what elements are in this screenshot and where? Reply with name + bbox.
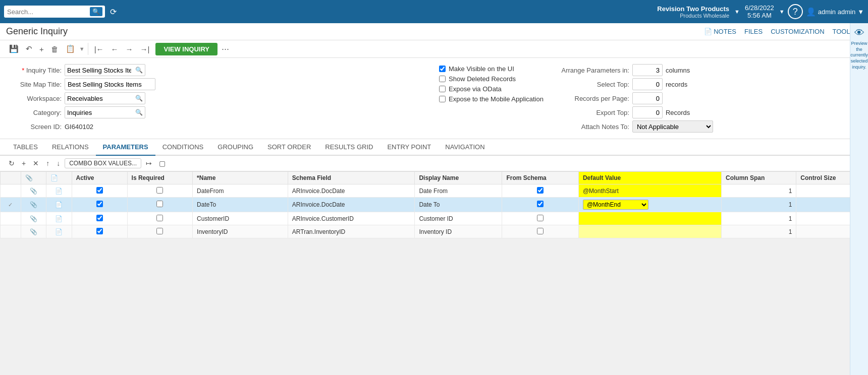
row-is-required[interactable] (127, 198, 193, 212)
export-top-input[interactable] (632, 106, 663, 118)
preview-eye-icon[interactable]: 👁 (854, 27, 864, 39)
row-default-value[interactable] (578, 212, 721, 225)
category-search-icon[interactable]: 🔍 (133, 109, 145, 116)
row-is-required[interactable] (127, 212, 193, 225)
default-value-select[interactable]: @MonthEnd (583, 200, 648, 210)
is-required-checkbox[interactable] (156, 228, 163, 234)
row-attachment-icon[interactable]: 📎 (21, 225, 46, 238)
row-attachment-icon[interactable]: 📎 (21, 184, 46, 198)
row-note-icon[interactable]: 📄 (46, 212, 72, 225)
company-dropdown-button[interactable]: ▼ (734, 9, 740, 15)
tab-navigation[interactable]: NAVIGATION (438, 139, 492, 156)
notes-button[interactable]: 📄 NOTES (702, 27, 738, 36)
grid-clear-button[interactable]: ▢ (156, 158, 168, 169)
row-from-schema[interactable] (502, 198, 579, 212)
delete-button[interactable]: 🗑 (48, 43, 62, 55)
expose-mobile-checkbox[interactable] (439, 96, 446, 102)
make-visible-checkbox[interactable] (439, 66, 446, 72)
tab-results-grid[interactable]: RESULTS GRID (318, 139, 380, 156)
row-default-value[interactable] (578, 225, 721, 238)
customization-button[interactable]: CUSTOMIZATION (769, 27, 826, 36)
attach-notes-select[interactable]: Not Applicable Header Lines (632, 120, 713, 133)
records-per-page-input[interactable] (632, 92, 663, 104)
arrange-params-input[interactable] (632, 64, 663, 76)
last-button[interactable]: →| (137, 43, 153, 55)
grid-add-button[interactable]: + (19, 158, 28, 169)
tab-parameters[interactable]: PARAMETERS (96, 139, 155, 156)
active-checkbox[interactable] (96, 201, 103, 207)
save-button[interactable]: 💾 (6, 42, 22, 55)
is-required-checkbox[interactable] (156, 201, 163, 207)
more-options-button[interactable]: ⋯ (219, 42, 232, 55)
row-is-required[interactable] (127, 184, 193, 198)
inquiry-title-input-wrapper[interactable]: 🔍 (65, 64, 145, 76)
row-attachment-icon[interactable]: 📎 (21, 198, 46, 212)
tab-tables[interactable]: TABLES (6, 139, 45, 156)
help-button[interactable]: ? (788, 4, 803, 19)
workspace-search-icon[interactable]: 🔍 (133, 95, 145, 102)
combo-box-values-button[interactable]: COMBO BOX VALUES... (65, 158, 141, 168)
row-note-icon[interactable]: 📄 (46, 184, 72, 198)
is-required-checkbox[interactable] (156, 187, 163, 194)
tab-relations[interactable]: RELATIONS (45, 139, 96, 156)
row-from-schema[interactable] (502, 212, 579, 225)
row-active[interactable] (72, 225, 127, 238)
search-box[interactable]: 🔍 (4, 6, 105, 18)
inquiry-title-search-icon[interactable]: 🔍 (133, 67, 145, 74)
row-default-value[interactable]: @MonthStart (578, 184, 721, 198)
tab-sort-order[interactable]: SORT ORDER (260, 139, 318, 156)
select-top-input[interactable] (632, 78, 663, 90)
grid-move-up-button[interactable]: ↑ (43, 158, 52, 169)
tabs-bar: TABLES RELATIONS PARAMETERS CONDITIONS G… (0, 139, 868, 156)
grid-move-down-button[interactable]: ↓ (54, 158, 63, 169)
show-deleted-checkbox[interactable] (439, 76, 446, 82)
search-button[interactable]: 🔍 (90, 7, 102, 16)
next-button[interactable]: → (123, 43, 136, 55)
grid-refresh-button[interactable]: ↻ (6, 158, 17, 169)
expose-odata-checkbox[interactable] (439, 86, 446, 92)
from-schema-checkbox[interactable] (537, 201, 544, 207)
view-inquiry-button[interactable]: VIEW INQUIRY (155, 43, 218, 55)
row-from-schema[interactable] (502, 184, 579, 198)
company-selector[interactable]: Revision Two Products Products Wholesale (657, 5, 729, 19)
datetime-block[interactable]: 6/28/2022 5:56 AM (745, 4, 774, 19)
first-button[interactable]: |← (91, 43, 107, 55)
user-menu[interactable]: 👤 admin admin ▼ (806, 7, 864, 17)
category-input[interactable] (65, 108, 133, 117)
row-column-span: 1 (721, 225, 796, 238)
active-checkbox[interactable] (96, 215, 103, 221)
tab-conditions[interactable]: CONDITIONS (155, 139, 211, 156)
undo-button[interactable]: ↶ (23, 42, 35, 55)
history-button[interactable]: ⟳ (108, 5, 119, 19)
row-active[interactable] (72, 212, 127, 225)
row-from-schema[interactable] (502, 225, 579, 238)
workspace-input[interactable] (65, 94, 133, 103)
row-default-value[interactable]: @MonthEnd (578, 198, 721, 212)
row-is-required[interactable] (127, 225, 193, 238)
tab-entry-point[interactable]: ENTRY POINT (380, 139, 438, 156)
site-map-title-input[interactable] (65, 78, 155, 90)
row-active[interactable] (72, 184, 127, 198)
search-input[interactable] (7, 8, 88, 16)
copy-button[interactable]: 📋 (63, 42, 78, 55)
from-schema-checkbox[interactable] (537, 228, 544, 234)
datetime-dropdown-button[interactable]: ▼ (779, 9, 785, 15)
active-checkbox[interactable] (96, 228, 103, 234)
files-button[interactable]: FILES (742, 27, 765, 36)
row-note-icon[interactable]: 📄 (46, 225, 72, 238)
prev-button[interactable]: ← (108, 43, 122, 55)
inquiry-title-input[interactable] (65, 66, 133, 75)
tab-grouping[interactable]: GROUPING (210, 139, 260, 156)
add-record-button[interactable]: + (36, 43, 47, 55)
row-note-icon[interactable]: 📄 (46, 198, 72, 212)
active-checkbox[interactable] (96, 187, 103, 194)
category-input-wrapper[interactable]: 🔍 (65, 106, 145, 118)
row-active[interactable] (72, 198, 127, 212)
grid-delete-button[interactable]: ✕ (30, 158, 41, 169)
row-attachment-icon[interactable]: 📎 (21, 212, 46, 225)
is-required-checkbox[interactable] (156, 215, 163, 221)
workspace-input-wrapper[interactable]: 🔍 (65, 92, 145, 104)
from-schema-checkbox[interactable] (537, 215, 544, 221)
from-schema-checkbox[interactable] (537, 187, 544, 194)
grid-col-width-button[interactable]: ↦ (143, 158, 154, 169)
